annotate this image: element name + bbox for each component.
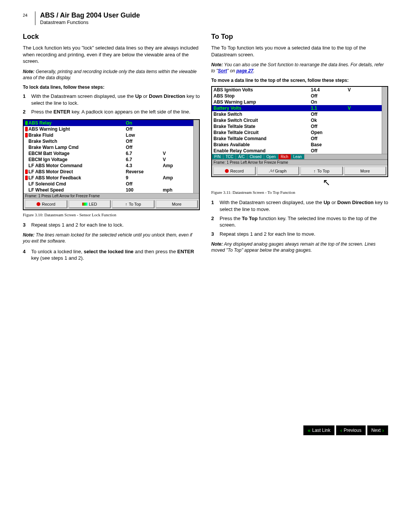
data-row[interactable]: LF ABS Motor Feedback9Amp: [24, 175, 199, 181]
figure-3-10: ABS RelayOnABS Warning LightOffBrake Flu…: [23, 119, 200, 210]
data-row[interactable]: Brakes AvailableBase: [212, 142, 387, 148]
button-bar: Record 𝓜Graph ↑To Top More: [212, 165, 387, 176]
row-name: Brake Switch: [29, 139, 126, 144]
lock-steps3-list: 4To unlock a locked line, select the loc…: [23, 248, 200, 262]
row-value: 14.4: [311, 87, 348, 93]
list-item: 3Repeat steps 1 and 2 for each line to l…: [23, 222, 200, 228]
note-text: Generally, printing and recording includ…: [23, 69, 197, 80]
row-value: Off: [311, 93, 348, 99]
status-tab[interactable]: P/N: [212, 154, 223, 159]
row-name: Brake Switch: [213, 112, 311, 117]
data-row[interactable]: Battery Volts1.1V: [212, 105, 387, 111]
row-value: Off: [126, 139, 163, 144]
status-tab[interactable]: Open: [264, 154, 278, 159]
page-27-link[interactable]: page 27: [236, 68, 253, 73]
up-arrow-icon: ↑: [314, 169, 316, 173]
record-button[interactable]: Record: [213, 166, 256, 175]
data-row[interactable]: LF Wheel Speed100mph: [24, 187, 199, 193]
data-row[interactable]: ABS Warning LightOff: [24, 126, 199, 132]
note-label: Note:: [211, 241, 223, 247]
last-link-button[interactable]: «Last Link: [303, 425, 335, 435]
row-name: Brake Fluid: [29, 133, 126, 138]
data-row[interactable]: ABS RelayOn: [24, 120, 199, 126]
data-row[interactable]: ABS Ignition Volts14.4V: [212, 87, 387, 93]
figure-3-11-caption: Figure 3.11: Datastream Screen - To Top …: [211, 190, 388, 195]
record-button[interactable]: Record: [25, 200, 67, 208]
data-row[interactable]: Brake Switch CircuitOk: [212, 117, 387, 123]
lock-icon: [25, 176, 28, 180]
data-row[interactable]: LF Solenoid CmdOff: [24, 181, 199, 187]
tab-bar: P/NTCCA/CClosedOpenRichLean: [212, 154, 387, 160]
row-value: Off: [311, 136, 348, 141]
lock-note2: Note: The lines remain locked for the se…: [23, 232, 200, 244]
status-tab[interactable]: Rich: [279, 154, 291, 159]
note-text: The lines remain locked for the selected…: [23, 232, 192, 244]
row-value: Off: [126, 145, 163, 150]
to-top-button[interactable]: ↑To Top: [300, 166, 343, 175]
to-top-button[interactable]: ↑To Top: [112, 200, 155, 208]
data-row[interactable]: Brake Telltale CircuitOpen: [212, 129, 387, 136]
row-value: Reverse: [126, 169, 163, 174]
row-name: ABS Warning Lamp: [213, 99, 311, 105]
row-value: Off: [311, 148, 348, 153]
data-row[interactable]: EBCM Batt Voltage6.7V: [24, 150, 199, 157]
annotation-arrow-icon: ↖: [264, 177, 388, 188]
row-name: Brakes Available: [213, 142, 311, 147]
row-value: Off: [126, 126, 163, 132]
row-name: ABS Relay: [29, 120, 126, 126]
data-row[interactable]: LF ABS Motor Command4.3Amp: [24, 163, 199, 169]
row-value: 6.7: [126, 157, 163, 162]
data-row[interactable]: Brake Telltale StateOff: [212, 123, 387, 129]
row-name: ABS Ignition Volts: [213, 87, 311, 93]
led-button[interactable]: LED: [68, 200, 111, 208]
row-value: 1.1: [311, 105, 348, 111]
status-tab[interactable]: Lean: [291, 154, 304, 159]
row-unit: Amp: [163, 175, 193, 181]
data-row[interactable]: Brake FluidLow: [24, 132, 199, 138]
footer-nav: «Last Link ‹Previous Next›: [0, 422, 411, 443]
status-tab[interactable]: TCC: [223, 154, 236, 159]
next-button[interactable]: Next›: [367, 425, 388, 435]
status-tab[interactable]: A/C: [236, 154, 247, 159]
previous-button[interactable]: ‹Previous: [336, 425, 365, 435]
list-item: 1With the Datastream screen displayed, u…: [211, 199, 388, 212]
lock-steps2-list: 3Repeat steps 1 and 2 for each line to l…: [23, 222, 200, 228]
row-unit: V: [348, 87, 378, 93]
status-tab[interactable]: Closed: [247, 154, 264, 159]
data-row[interactable]: Brake Warn Lamp CmdOff: [24, 144, 199, 150]
row-value: Ok: [311, 118, 348, 123]
row-name: EBCM Ign Voltage: [29, 157, 126, 162]
row-name: Enable Relay Command: [213, 148, 311, 153]
more-button[interactable]: More: [344, 166, 387, 175]
up-arrow-icon: ↑: [125, 202, 127, 206]
data-row[interactable]: Enable Relay CommandOff: [212, 148, 387, 154]
row-name: LF Wheel Speed: [29, 187, 126, 193]
data-row[interactable]: Brake SwitchOff: [24, 138, 199, 144]
sort-link[interactable]: Sort: [218, 68, 227, 73]
data-row[interactable]: ABS Warning LampOn: [212, 99, 387, 105]
lock-icon: [25, 169, 28, 174]
graph-button[interactable]: 𝓜Graph: [257, 166, 299, 175]
row-value: On: [311, 99, 348, 105]
data-row[interactable]: Brake SwitchOff: [212, 111, 387, 117]
row-value: Off: [311, 112, 348, 117]
row-name: ABS Warning Light: [29, 126, 126, 132]
totop-steps-list: 1With the Datastream screen displayed, u…: [211, 199, 388, 237]
row-value: 6.7: [126, 151, 163, 156]
row-value: 100: [126, 187, 163, 193]
data-row[interactable]: ABS StopOff: [212, 93, 387, 99]
data-row[interactable]: EBCM Ign Voltage6.7V: [24, 157, 199, 163]
data-row[interactable]: Brake Telltale CommandOff: [212, 136, 387, 142]
note-label: Note:: [23, 69, 35, 74]
row-name: LF Solenoid Cmd: [29, 181, 126, 187]
record-icon: [37, 202, 40, 206]
graph-icon: 𝓜: [269, 168, 273, 173]
page-header: 24 ABS / Air Bag 2004 User Guide Datastr…: [23, 11, 388, 25]
lock-note: Note: Generally, printing and recording …: [23, 69, 200, 81]
row-unit: V: [163, 151, 193, 156]
row-value: Low: [126, 133, 163, 138]
double-left-arrow-icon: «: [307, 427, 311, 433]
data-row[interactable]: LF ABS Motor DirectReverse: [24, 169, 199, 175]
page-number: 24: [23, 13, 27, 18]
more-button[interactable]: More: [156, 200, 198, 208]
